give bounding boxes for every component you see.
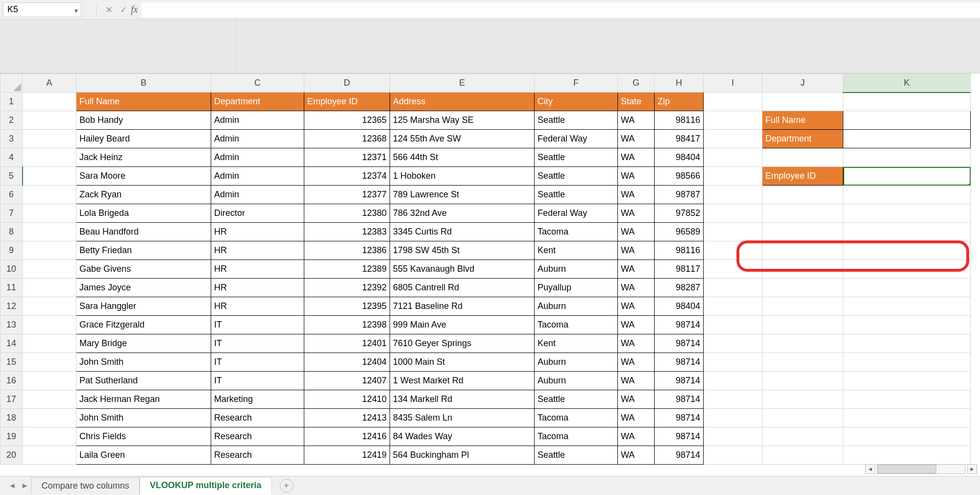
cell-J16[interactable] [762,372,843,390]
cell-J4[interactable] [762,148,843,167]
cell-H15[interactable]: 98714 [655,353,704,372]
cell-C9[interactable]: HR [211,241,304,260]
cell-A12[interactable] [23,297,76,316]
cell-J20[interactable] [762,446,843,465]
add-sheet-button[interactable]: + [280,479,294,493]
cell-C14[interactable]: IT [211,334,304,353]
cell-B10[interactable]: Gabe Givens [76,260,211,279]
cell-K12[interactable] [843,297,971,316]
cell-J11[interactable] [762,279,843,297]
cell-A20[interactable] [23,446,76,465]
cell-A18[interactable] [23,409,76,427]
cell-F8[interactable]: Tacoma [535,223,618,241]
cell-I6[interactable] [704,186,762,204]
cell-D8[interactable]: 12383 [304,223,390,241]
cell-H1[interactable]: Zip [655,93,704,111]
cell-A4[interactable] [23,148,76,167]
cell-K13[interactable] [843,316,971,334]
cell-H11[interactable]: 98287 [655,279,704,297]
cell-H13[interactable]: 98714 [655,316,704,334]
cell-D18[interactable]: 12413 [304,409,390,427]
cell-I13[interactable] [704,316,762,334]
cell-G17[interactable]: WA [618,390,655,409]
cell-C6[interactable]: Admin [211,186,304,204]
cell-E4[interactable]: 566 44th St [390,148,535,167]
cell-D9[interactable]: 12386 [304,241,390,260]
cell-I4[interactable] [704,148,762,167]
col-header-I[interactable]: I [704,74,762,93]
cell-E8[interactable]: 3345 Curtis Rd [390,223,535,241]
cell-B1[interactable]: Full Name [76,93,211,111]
cell-G18[interactable]: WA [618,409,655,427]
cell-D20[interactable]: 12419 [304,446,390,465]
cell-G8[interactable]: WA [618,223,655,241]
col-header-J[interactable]: J [762,74,843,93]
cell-K11[interactable] [843,279,971,297]
cell-E9[interactable]: 1798 SW 45th St [390,241,535,260]
cell-E19[interactable]: 84 Wades Way [390,427,535,446]
cell-G3[interactable]: WA [618,130,655,148]
cell-I16[interactable] [704,372,762,390]
row-header-11[interactable]: 11 [0,279,23,297]
col-header-A[interactable]: A [23,74,76,93]
cell-D1[interactable]: Employee ID [304,93,390,111]
row-header-16[interactable]: 16 [0,372,23,390]
cell-E15[interactable]: 1000 Main St [390,353,535,372]
cell-F3[interactable]: Federal Way [535,130,618,148]
cell-K17[interactable] [843,390,971,409]
cell-F6[interactable]: Seattle [535,186,618,204]
cell-A19[interactable] [23,427,76,446]
cell-K19[interactable] [843,427,971,446]
cell-B7[interactable]: Lola Brigeda [76,204,211,223]
cell-K20[interactable] [843,446,971,465]
cell-E16[interactable]: 1 West Market Rd [390,372,535,390]
cell-E1[interactable]: Address [390,93,535,111]
cell-H7[interactable]: 97852 [655,204,704,223]
cell-F17[interactable]: Seattle [535,390,618,409]
cell-B6[interactable]: Zack Ryan [76,186,211,204]
cell-D6[interactable]: 12377 [304,186,390,204]
col-header-B[interactable]: B [76,74,211,93]
cell-G19[interactable]: WA [618,427,655,446]
cell-C7[interactable]: Director [211,204,304,223]
cell-C11[interactable]: HR [211,279,304,297]
cell-K9[interactable] [843,241,971,260]
cell-G16[interactable]: WA [618,372,655,390]
cell-C2[interactable]: Admin [211,111,304,130]
cell-C10[interactable]: HR [211,260,304,279]
cell-K16[interactable] [843,372,971,390]
col-header-C[interactable]: C [211,74,304,93]
cell-K4[interactable] [843,148,971,167]
cell-D4[interactable]: 12371 [304,148,390,167]
cell-F20[interactable]: Seattle [535,446,618,465]
cell-E7[interactable]: 786 32nd Ave [390,204,535,223]
select-all-corner[interactable] [0,74,23,93]
cell-J12[interactable] [762,297,843,316]
cell-A16[interactable] [23,372,76,390]
row-header-13[interactable]: 13 [0,316,23,334]
cell-C20[interactable]: Research [211,446,304,465]
cell-J17[interactable] [762,390,843,409]
cell-G9[interactable]: WA [618,241,655,260]
cell-B4[interactable]: Jack Heinz [76,148,211,167]
cell-E3[interactable]: 124 55th Ave SW [390,130,535,148]
cell-H8[interactable]: 96589 [655,223,704,241]
cell-E10[interactable]: 555 Kavanaugh Blvd [390,260,535,279]
cell-A15[interactable] [23,353,76,372]
cell-J15[interactable] [762,353,843,372]
cell-G1[interactable]: State [618,93,655,111]
cell-I5[interactable] [704,167,762,186]
cancel-icon[interactable]: ✕ [101,4,116,15]
cell-H10[interactable]: 98117 [655,260,704,279]
cell-I14[interactable] [704,334,762,353]
cell-A10[interactable] [23,260,76,279]
cell-G14[interactable]: WA [618,334,655,353]
cell-B13[interactable]: Grace Fitzgerald [76,316,211,334]
cell-F19[interactable]: Tacoma [535,427,618,446]
cell-I8[interactable] [704,223,762,241]
cell-B18[interactable]: John Smith [76,409,211,427]
tab-nav-prev-icon[interactable]: ◄ [8,481,16,490]
cell-J9[interactable] [762,241,843,260]
cell-G5[interactable]: WA [618,167,655,186]
cell-I18[interactable] [704,409,762,427]
